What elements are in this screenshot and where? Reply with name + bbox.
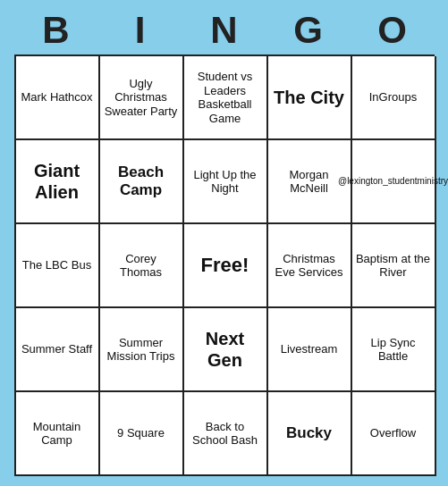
bingo-cell-5[interactable]: Giant Alien	[16, 140, 100, 224]
letter-n: N	[185, 10, 264, 51]
bingo-grid: Mark HathcoxUgly Christmas Sweater Party…	[14, 54, 435, 476]
bingo-header: B I N G O	[14, 10, 435, 51]
bingo-cell-0[interactable]: Mark Hathcox	[16, 56, 100, 140]
bingo-cell-4[interactable]: InGroups	[352, 56, 436, 140]
letter-i: I	[101, 10, 180, 51]
bingo-cell-14[interactable]: Baptism at the River	[352, 224, 436, 308]
bingo-cell-19[interactable]: Lip Sync Battle	[352, 308, 436, 392]
bingo-cell-3[interactable]: The City	[268, 56, 352, 140]
bingo-cell-9[interactable]: @lexington_studentministry	[352, 140, 436, 224]
bingo-cell-18[interactable]: Livestream	[268, 308, 352, 392]
bingo-cell-13[interactable]: Christmas Eve Services	[268, 224, 352, 308]
bingo-card: B I N G O Mark HathcoxUgly Christmas Swe…	[5, 1, 444, 485]
bingo-cell-21[interactable]: 9 Square	[100, 392, 184, 476]
bingo-cell-11[interactable]: Corey Thomas	[100, 224, 184, 308]
bingo-cell-16[interactable]: Summer Mission Trips	[100, 308, 184, 392]
bingo-cell-22[interactable]: Back to School Bash	[184, 392, 268, 476]
bingo-cell-1[interactable]: Ugly Christmas Sweater Party	[100, 56, 184, 140]
bingo-cell-6[interactable]: Beach Camp	[100, 140, 184, 224]
letter-b: B	[17, 10, 96, 51]
bingo-cell-15[interactable]: Summer Staff	[16, 308, 100, 392]
bingo-cell-12[interactable]: Free!	[184, 224, 268, 308]
bingo-cell-10[interactable]: The LBC Bus	[16, 224, 100, 308]
bingo-cell-17[interactable]: Next Gen	[184, 308, 268, 392]
bingo-cell-7[interactable]: Light Up the Night	[184, 140, 268, 224]
bingo-cell-2[interactable]: Student vs Leaders Basketball Game	[184, 56, 268, 140]
bingo-cell-23[interactable]: Bucky	[268, 392, 352, 476]
bingo-cell-24[interactable]: Overflow	[352, 392, 436, 476]
letter-o: O	[353, 10, 432, 51]
bingo-cell-20[interactable]: Mountain Camp	[16, 392, 100, 476]
letter-g: G	[269, 10, 348, 51]
